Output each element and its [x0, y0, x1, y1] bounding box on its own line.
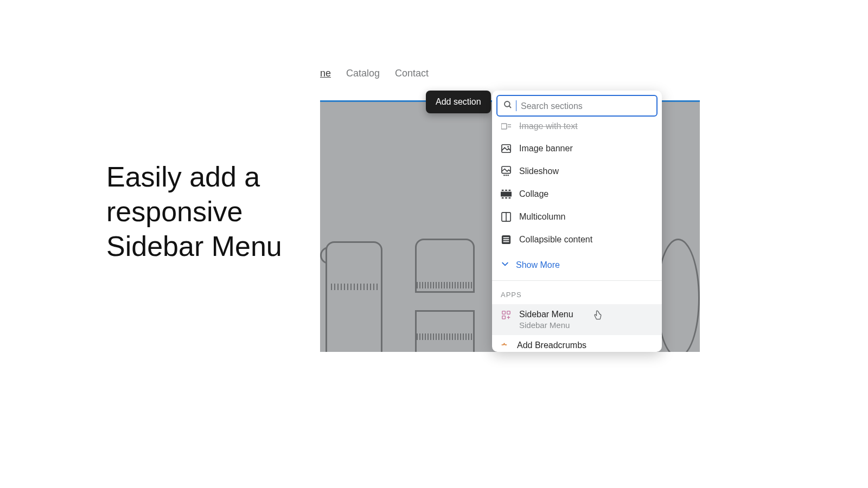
section-item-image-banner[interactable]: Image banner	[492, 137, 662, 160]
section-item-image-with-text-cutoff[interactable]: Image with text	[492, 121, 662, 137]
section-label: Slideshow	[519, 166, 559, 176]
nav-item-home-partial[interactable]: ne	[320, 68, 331, 79]
svg-rect-17	[509, 197, 511, 198]
svg-line-1	[509, 106, 511, 108]
pointer-cursor-icon	[592, 310, 603, 324]
apps-group-label: APPS	[492, 281, 662, 304]
add-section-label: Add section	[436, 97, 481, 106]
image-text-icon	[501, 121, 512, 132]
image-icon	[501, 143, 512, 154]
svg-rect-14	[509, 190, 511, 191]
svg-rect-2	[501, 124, 507, 129]
breadcrumbs-app-icon	[501, 341, 509, 351]
svg-rect-22	[503, 239, 509, 240]
section-label: Collage	[519, 189, 548, 199]
section-label: Image with text	[519, 121, 578, 131]
svg-rect-16	[505, 197, 507, 198]
section-label: Collapsible content	[519, 235, 592, 245]
section-label: Image banner	[519, 144, 573, 153]
marketing-headline: Easily add aresponsiveSidebar Menu	[106, 160, 282, 264]
svg-rect-25	[507, 311, 510, 314]
svg-rect-11	[501, 191, 512, 196]
svg-point-6	[507, 146, 509, 147]
app-title: Add Breadcrumbs	[517, 341, 586, 351]
app-subtitle: Sidebar Menu	[519, 320, 573, 330]
chevron-down-icon	[501, 260, 509, 271]
app-item-sidebar-menu[interactable]: Sidebar Menu Sidebar Menu	[492, 304, 662, 335]
show-more-label: Show More	[516, 260, 560, 270]
svg-point-10	[507, 175, 509, 176]
svg-rect-13	[505, 190, 507, 191]
app-title: Sidebar Menu	[519, 310, 573, 319]
search-sections-field[interactable]	[496, 95, 658, 117]
multicolumn-icon	[501, 211, 512, 222]
app-block-icon	[501, 310, 512, 320]
add-section-tooltip: Add section	[426, 91, 491, 113]
section-list: Image with text Image banner Slideshow C…	[492, 121, 662, 352]
nav-item-contact[interactable]: Contact	[395, 68, 429, 79]
svg-rect-21	[503, 237, 509, 239]
svg-point-8	[503, 175, 505, 176]
svg-rect-24	[502, 311, 506, 314]
slideshow-icon	[501, 166, 512, 177]
section-label: Multicolumn	[519, 212, 565, 222]
section-item-collage[interactable]: Collage	[492, 183, 662, 206]
app-item-add-breadcrumbs-cutoff[interactable]: Add Breadcrumbs	[492, 335, 662, 351]
section-item-collapsible-content[interactable]: Collapsible content	[492, 228, 662, 251]
svg-rect-23	[503, 241, 509, 242]
svg-rect-26	[502, 316, 506, 319]
collage-icon	[501, 189, 512, 200]
svg-rect-15	[502, 197, 504, 198]
svg-point-9	[506, 175, 507, 176]
storefront-nav: ne Catalog Contact	[320, 68, 429, 79]
search-icon	[503, 100, 513, 112]
search-input[interactable]	[521, 100, 651, 111]
show-more-button[interactable]: Show More	[492, 251, 662, 280]
svg-rect-12	[502, 190, 504, 191]
text-caret	[516, 100, 516, 111]
collapsible-icon	[501, 234, 512, 245]
svg-point-0	[505, 101, 510, 107]
section-item-slideshow[interactable]: Slideshow	[492, 160, 662, 183]
section-item-multicolumn[interactable]: Multicolumn	[492, 206, 662, 228]
nav-item-catalog[interactable]: Catalog	[346, 68, 380, 79]
section-picker-popover: Image with text Image banner Slideshow C…	[492, 91, 662, 352]
